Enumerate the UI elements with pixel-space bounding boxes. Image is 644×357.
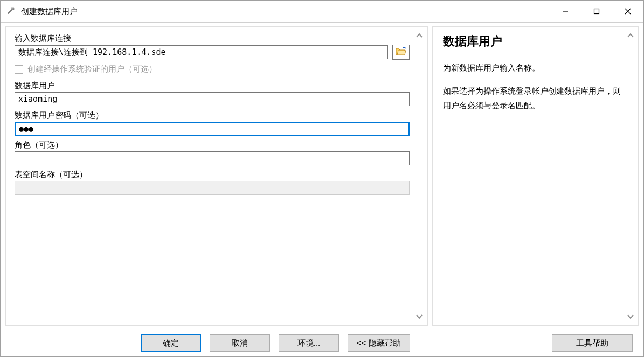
browse-button[interactable] [392, 45, 410, 60]
tool-help-button[interactable]: 工具帮助 [552, 334, 633, 352]
window-title: 创建数据库用户 [21, 6, 550, 17]
connection-input[interactable] [15, 45, 388, 59]
form-panel: 输入数据库连接 [5, 26, 428, 326]
ok-button[interactable]: 确定 [141, 334, 201, 352]
folder-icon [396, 47, 406, 58]
scroll-up-icon[interactable] [414, 30, 425, 41]
password-input[interactable] [15, 122, 410, 136]
role-input[interactable] [15, 151, 410, 165]
titlebar: 创建数据库用户 [1, 1, 643, 22]
tablespace-label: 表空间名称（可选） [15, 170, 410, 180]
user-input[interactable] [15, 92, 410, 106]
tablespace-input [15, 181, 410, 195]
os-auth-label: 创建经操作系统验证的用户（可选） [27, 64, 157, 74]
hammer-icon [6, 6, 17, 17]
svg-rect-1 [594, 9, 599, 14]
help-scroll-up-icon[interactable] [625, 30, 636, 41]
scroll-down-icon[interactable] [414, 311, 425, 322]
help-scroll-down-icon[interactable] [625, 311, 636, 322]
help-text-2: 如果选择为操作系统登录帐户创建数据库用户，则用户名必须与登录名匹配。 [443, 83, 628, 113]
help-text-1: 为新数据库用户输入名称。 [443, 60, 628, 75]
os-auth-checkbox[interactable] [15, 65, 23, 74]
close-button[interactable] [612, 1, 643, 22]
maximize-button[interactable] [581, 1, 612, 22]
password-label: 数据库用户密码（可选） [15, 110, 410, 121]
environments-button[interactable]: 环境... [279, 334, 339, 352]
connection-label: 输入数据库连接 [15, 33, 410, 44]
button-bar: 确定 取消 环境... << 隐藏帮助 工具帮助 [1, 330, 643, 356]
help-title: 数据库用户 [443, 33, 628, 50]
role-label: 角色（可选） [15, 140, 410, 150]
cancel-button[interactable]: 取消 [210, 334, 270, 352]
user-label: 数据库用户 [15, 81, 410, 91]
help-panel: 数据库用户 为新数据库用户输入名称。 如果选择为操作系统登录帐户创建数据库用户，… [432, 26, 639, 326]
hide-help-button[interactable]: << 隐藏帮助 [348, 334, 410, 352]
minimize-button[interactable] [550, 1, 581, 22]
